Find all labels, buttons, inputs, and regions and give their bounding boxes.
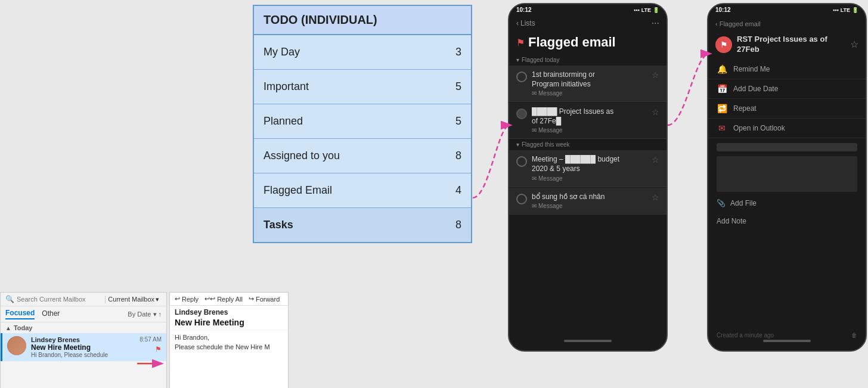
reply-icon: ↩ <box>175 295 180 303</box>
status-time-left: 10:12 <box>516 7 532 13</box>
item-content-3: Meeting – ██████ budget2020 & 5 years ✉ … <box>532 155 647 181</box>
phone-item-1[interactable]: 1st brainstorming orProgram initiatives … <box>509 66 666 102</box>
item-circle-2 <box>516 108 527 119</box>
phone-item-4[interactable]: bổ sung hồ sơ cá nhân ✉ Message ☆ <box>509 188 666 215</box>
todo-row-count: 5 <box>455 80 461 93</box>
sort-control[interactable]: By Date ▾ ↑ <box>128 311 162 318</box>
scroll-indicator-right <box>763 340 811 342</box>
tab-other[interactable]: Other <box>42 309 60 319</box>
email-detail-panel: ↩ Reply ↩↩ Reply All ↪ Forward Lindsey B… <box>169 292 289 388</box>
todo-row-count: 4 <box>455 184 461 197</box>
item-circle-3 <box>516 156 527 167</box>
status-icons-left: ▪▪▪ LTE 🔋 <box>634 7 659 13</box>
email-meta: 8:57 AM ⚑ <box>140 336 162 353</box>
todo-row-label: Important <box>264 80 309 93</box>
outlook-panel: 🔍 Current Mailbox ▾ Focused Other By Dat… <box>0 292 167 388</box>
email-content: Lindsey Brenes New Hire Meeting Hi Brand… <box>31 336 135 358</box>
tab-focused[interactable]: Focused <box>5 309 35 319</box>
detail-header-right: ‹ Flagged email <box>708 15 866 32</box>
phone-right: 10:12 ▪▪▪ LTE 🔋 ‹ Flagged email ⚑ RST Pr… <box>707 3 867 352</box>
avatar <box>7 336 26 355</box>
item-circle-4 <box>516 194 527 204</box>
email-list-item[interactable]: Lindsey Brenes New Hire Meeting Hi Brand… <box>1 333 166 361</box>
blurred-content-2 <box>717 156 857 192</box>
back-button-left[interactable]: ‹ Lists <box>516 19 535 27</box>
todo-row-important[interactable]: Important 5 <box>254 70 471 104</box>
detail-footer: Created a minute ago 🗑 <box>708 332 866 339</box>
todo-row-my-day[interactable]: My Day 3 <box>254 35 471 70</box>
remind-me-row[interactable]: 🔔 Remind Me <box>708 60 866 79</box>
todo-row-label: Assigned to you <box>264 150 340 162</box>
detail-title-row: ⚑ RST Project Issues as of 27Feb ☆ <box>708 32 866 60</box>
item-content-1: 1st brainstorming orProgram initiatives … <box>532 70 647 97</box>
phone-item-3[interactable]: Meeting – ██████ budget2020 & 5 years ✉ … <box>509 150 666 187</box>
detail-avatar: ⚑ <box>715 36 732 53</box>
todo-row-assigned-to-you[interactable]: Assigned to you 8 <box>254 139 471 173</box>
forward-button[interactable]: ↪ Forward <box>249 295 280 303</box>
back-button-right[interactable]: ‹ Flagged email <box>715 18 858 30</box>
todo-row-count: 3 <box>455 46 461 58</box>
scroll-indicator-left <box>564 340 612 342</box>
section-today-header: ▲ Today <box>1 322 166 333</box>
sort-chevron-icon: ▾ <box>153 311 157 318</box>
outlook-tabs: Focused Other By Date ▾ ↑ <box>1 306 166 322</box>
todo-row-label: Flagged Email <box>264 184 332 197</box>
add-file-row[interactable]: 📎 Add File <box>708 194 866 212</box>
todo-row-count: 8 <box>455 150 461 162</box>
section-triangle-icon: ▲ <box>5 325 11 331</box>
phone-left: 10:12 ▪▪▪ LTE 🔋 ‹ Lists ··· ⚑ Flagged em… <box>508 3 668 352</box>
mailbox-dropdown[interactable]: Current Mailbox ▾ <box>105 296 162 303</box>
status-bar-left: 10:12 ▪▪▪ LTE 🔋 <box>509 4 666 15</box>
outlook-icon: ✉ <box>717 123 727 133</box>
repeat-icon: 🔁 <box>717 104 727 113</box>
paperclip-icon: 📎 <box>717 199 726 207</box>
search-icon: 🔍 <box>5 295 14 303</box>
delete-icon[interactable]: 🗑 <box>851 332 857 339</box>
email-toolbar: ↩ Reply ↩↩ Reply All ↪ Forward <box>170 293 288 306</box>
email-from: Lindsey Brenes <box>170 306 288 316</box>
section-today-left: Flagged today <box>509 55 666 65</box>
email-flag-icon: ⚑ <box>155 345 162 353</box>
todo-row-label: Tasks <box>264 219 293 231</box>
add-note-row[interactable]: Add Note <box>708 212 866 230</box>
repeat-row[interactable]: 🔁 Repeat <box>708 99 866 119</box>
avatar-image <box>7 336 26 355</box>
phone-main-title-left: Flagged email <box>528 35 616 50</box>
todo-row-label: My Day <box>264 46 300 58</box>
outlook-search-bar: 🔍 Current Mailbox ▾ <box>1 293 166 306</box>
detail-task-title: RST Project Issues as of 27Feb <box>737 35 850 55</box>
bell-icon: 🔔 <box>717 64 727 74</box>
item-content-4: bổ sung hồ sơ cá nhân ✉ Message <box>532 193 647 210</box>
todo-row-count: 5 <box>455 115 461 128</box>
todo-row-planned[interactable]: Planned 5 <box>254 104 471 139</box>
reply-all-icon: ↩↩ <box>204 295 215 303</box>
more-button-left[interactable]: ··· <box>652 18 659 29</box>
flag-icon-left: ⚑ <box>516 37 525 48</box>
calendar-icon: 📅 <box>717 84 727 94</box>
open-outlook-row[interactable]: ✉ Open in Outlook <box>708 119 866 138</box>
todo-title: TODO (INDIVIDUAL) <box>254 6 471 35</box>
star-icon-4[interactable]: ☆ <box>652 193 659 202</box>
reply-button[interactable]: ↩ Reply <box>175 295 199 303</box>
forward-icon: ↪ <box>249 295 254 303</box>
status-bar-right: 10:12 ▪▪▪ LTE 🔋 <box>708 4 866 15</box>
phone-item-2[interactable]: █████ Project Issues asof 27Fe█ ✉ Messag… <box>509 103 666 139</box>
star-icon-3[interactable]: ☆ <box>652 155 659 164</box>
star-icon-1[interactable]: ☆ <box>652 70 659 80</box>
star-icon-2[interactable]: ☆ <box>652 107 659 117</box>
search-input[interactable] <box>17 296 103 303</box>
blurred-content-1 <box>717 143 857 151</box>
add-due-date-row[interactable]: 📅 Add Due Date <box>708 79 866 99</box>
reply-all-button[interactable]: ↩↩ Reply All <box>204 295 243 303</box>
todo-row-label: Planned <box>264 115 303 128</box>
todo-row-flagged-email[interactable]: Flagged Email 4 <box>254 173 471 208</box>
detail-star-icon[interactable]: ☆ <box>850 39 858 50</box>
email-body: Hi Brandon, Please schedule the New Hire… <box>170 330 288 354</box>
item-circle-1 <box>516 72 527 82</box>
phone-header-left: ‹ Lists ··· <box>509 15 666 32</box>
phone-title-row-left: ⚑ Flagged email <box>509 32 666 55</box>
todo-row-count: 8 <box>455 219 461 231</box>
section-week-left: Flagged this week <box>509 139 666 150</box>
email-subject: New Hire Meeting <box>170 316 288 330</box>
todo-row-tasks[interactable]: Tasks 8 <box>254 208 471 242</box>
